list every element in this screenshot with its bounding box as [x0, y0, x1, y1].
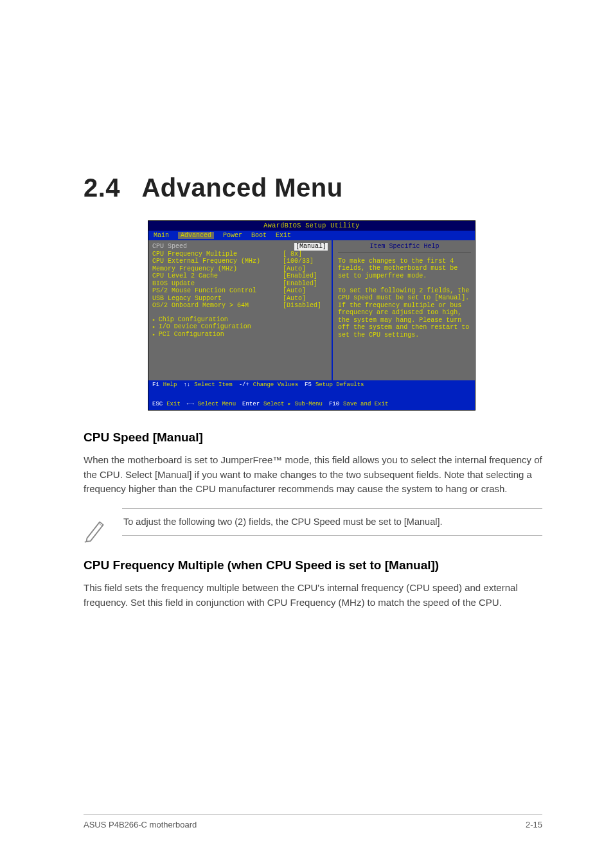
bios-help-pane: Item Specific Help To make changes to th… [332, 240, 475, 380]
cpu-speed-paragraph: When the motherboard is set to JumperFre… [84, 453, 542, 497]
bios-field-row[interactable]: CPU Speed [Manual] [152, 243, 328, 251]
bios-submenu[interactable]: PCI Configuration [152, 331, 328, 339]
bios-menubar: Main Advanced Power Boot Exit [148, 231, 475, 241]
page-footer: ASUS P4B266-C motherboard 2-15 [84, 814, 542, 829]
bios-field-row[interactable]: CPU Frequency Multiple[ 8x] [152, 251, 328, 258]
bios-field-row[interactable]: CPU Level 2 Cache[Enabled] [152, 272, 328, 280]
bios-field-row[interactable]: BIOS Update[Enabled] [152, 280, 328, 288]
bios-field-row[interactable]: Memory Frequency (MHz)[Auto] [152, 265, 328, 273]
bios-field-value: [Manual] [294, 243, 328, 251]
cpu-freq-multiple-heading: CPU Frequency Multiple (when CPU Speed i… [84, 556, 542, 575]
bios-submenu[interactable]: Chip Configuration [152, 316, 328, 324]
bios-field-row[interactable]: OS/2 Onboard Memory > 64M[Disabled] [152, 302, 328, 310]
bios-field-row[interactable]: PS/2 Mouse Function Control[Auto] [152, 287, 328, 295]
menu-main[interactable]: Main [154, 232, 169, 240]
bios-help-title: Item Specific Help [338, 243, 471, 252]
bios-screenshot: AwardBIOS Setup Utility Main Advanced Po… [148, 220, 475, 411]
footer-left: ASUS P4B266-C motherboard [84, 820, 197, 829]
cpu-speed-heading: CPU Speed [Manual] [84, 429, 542, 447]
section-title-text: Advanced Menu [141, 173, 342, 202]
bios-title: AwardBIOS Setup Utility [148, 221, 475, 231]
note-text: To adjust the following two (2) fields, … [122, 509, 542, 535]
note-block: To adjust the following two (2) fields, … [84, 508, 542, 536]
note-rule-bottom [122, 535, 542, 536]
footer-right: 2-15 [526, 820, 542, 829]
bios-submenu[interactable]: I/O Device Configuration [152, 323, 328, 331]
menu-advanced[interactable]: Advanced [178, 232, 214, 240]
bios-field-label: CPU Speed [152, 243, 294, 251]
cpu-freq-multiple-paragraph: This field sets the frequency multiple b… [84, 581, 542, 610]
section-heading: 2.4 Advanced Menu [84, 173, 542, 202]
bios-help-text: To make changes to the first 4 fields, t… [338, 258, 471, 339]
section-number: 2.4 [84, 173, 120, 202]
bios-field-row[interactable]: USB Legacy Support[Auto] [152, 295, 328, 303]
bios-footer: F1Help ↑↓Select Item -/+Change Values F5… [148, 380, 475, 410]
pencil-icon [84, 517, 107, 543]
menu-exit[interactable]: Exit [276, 232, 291, 240]
menu-power[interactable]: Power [223, 232, 242, 240]
bios-field-row[interactable]: CPU External Frequency (MHz)[100/33] [152, 258, 328, 265]
bios-left-pane: CPU Speed [Manual] CPU Frequency Multipl… [148, 240, 332, 380]
menu-boot[interactable]: Boot [251, 232, 267, 240]
